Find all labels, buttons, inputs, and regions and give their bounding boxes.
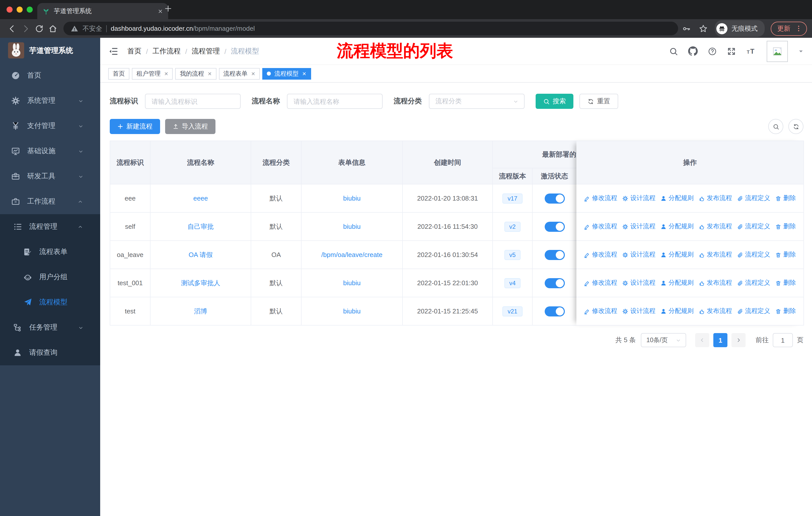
not-secure-warning-icon[interactable] [70,24,79,32]
version-badge[interactable]: v2 [504,221,521,232]
sidebar-item[interactable]: 首页 [0,63,100,88]
prev-page-button[interactable] [695,333,709,347]
tag-item[interactable]: 流程表单✕ [219,68,260,79]
close-tab-icon[interactable] [157,8,163,14]
browser-tab[interactable]: 芋道管理系统 [37,3,168,19]
sidebar-item[interactable]: 基础设施 [0,139,100,164]
action-修改流程[interactable]: 修改流程 [584,307,617,316]
sidebar-item[interactable]: 系统管理 [0,88,100,113]
tag-item[interactable]: 我的流程✕ [175,68,216,79]
kebab-menu-icon[interactable] [795,25,803,32]
tag-item[interactable]: 租户管理✕ [132,68,173,79]
active-status-toggle[interactable] [545,193,564,203]
version-badge[interactable]: v17 [503,193,523,203]
cell-process-name-text[interactable]: OA 请假 [188,251,212,258]
action-流程定义[interactable]: 流程定义 [737,222,770,231]
action-设计流程[interactable]: 设计流程 [622,222,656,231]
process-id-input[interactable] [145,94,241,109]
cell-form-info-text[interactable]: biubiu [343,279,360,287]
sidebar-item[interactable]: 流程管理 [0,214,100,239]
avatar[interactable] [767,40,788,62]
action-删除[interactable]: 删除 [775,222,796,231]
browser-update-button[interactable]: 更新 [771,21,807,35]
sidebar-item[interactable]: 任务管理 [0,315,100,340]
active-status-toggle[interactable] [545,278,564,288]
action-流程定义[interactable]: 流程定义 [737,194,770,202]
action-修改流程[interactable]: 修改流程 [584,194,617,202]
reset-button[interactable]: 重置 [579,94,618,109]
sidebar-item[interactable]: 工作流程 [0,189,100,214]
version-badge[interactable]: v4 [504,278,521,288]
hamburger-icon[interactable] [108,46,118,56]
action-流程定义[interactable]: 流程定义 [737,307,770,316]
home-icon[interactable] [46,22,59,35]
sidebar-item[interactable]: 流程模型 [0,290,100,315]
action-分配规则[interactable]: 分配规则 [661,194,694,202]
action-删除[interactable]: 删除 [775,307,796,316]
close-window-button[interactable] [6,6,12,12]
page-number-1[interactable]: 1 [713,333,727,347]
address-bar[interactable]: 不安全 dashboard.yudao.iocoder.cn/bpm/manag… [63,22,678,35]
search-button[interactable]: 搜索 [535,94,573,109]
breadcrumb-item[interactable]: 工作流程 [152,47,181,56]
cell-form-info-text[interactable]: biubiu [343,223,360,230]
breadcrumb-item[interactable]: 首页 [127,47,141,56]
show-search-toggle-button[interactable] [768,119,783,134]
sidebar-item[interactable]: 用户分组 [0,265,100,290]
version-badge[interactable]: v21 [503,306,523,316]
password-key-icon[interactable] [682,24,691,33]
sidebar-item[interactable]: 支付管理 [0,113,100,139]
process-category-select[interactable]: 流程分类 [429,94,525,109]
action-删除[interactable]: 删除 [775,194,796,202]
action-发布流程[interactable]: 发布流程 [699,250,732,259]
tag-item[interactable]: 首页 [108,68,129,79]
close-tag-icon[interactable]: ✕ [164,71,168,76]
github-icon[interactable] [688,46,698,56]
caret-down-icon[interactable] [798,48,804,54]
action-修改流程[interactable]: 修改流程 [584,222,617,231]
action-设计流程[interactable]: 设计流程 [622,194,656,202]
sidebar-item[interactable]: 请假查询 [0,340,100,365]
cell-form-info-text[interactable]: biubiu [343,194,360,202]
action-设计流程[interactable]: 设计流程 [622,307,656,316]
cell-process-name-text[interactable]: 测试多审批人 [181,279,220,287]
version-badge[interactable]: v5 [504,250,521,260]
cell-form-info-text[interactable]: biubiu [343,307,360,315]
close-tag-icon[interactable]: ✕ [251,71,256,76]
cell-process-name-text[interactable]: eeee [193,194,208,202]
action-删除[interactable]: 删除 [775,250,796,259]
next-page-button[interactable] [731,333,746,347]
action-修改流程[interactable]: 修改流程 [584,250,617,259]
cell-process-name-text[interactable]: 自己审批 [187,222,214,230]
active-status-toggle[interactable] [545,306,564,316]
create-process-button[interactable]: 新建流程 [110,119,160,134]
new-tab-button[interactable] [164,4,172,12]
active-status-toggle[interactable] [545,250,564,260]
sidebar-item[interactable]: 流程表单 [0,239,100,265]
cell-process-name-text[interactable]: 滔博 [194,307,207,315]
fullscreen-icon[interactable] [727,47,736,56]
page-size-select[interactable]: 10条/页 [641,333,686,347]
import-process-button[interactable]: 导入流程 [165,119,215,134]
process-name-input[interactable] [287,94,383,109]
sidebar-item[interactable]: 研发工具 [0,164,100,189]
action-发布流程[interactable]: 发布流程 [699,194,732,202]
close-tag-icon[interactable]: ✕ [302,71,306,76]
refresh-table-button[interactable] [788,119,804,134]
cell-form-info-text[interactable]: /bpm/oa/leave/create [321,251,383,259]
action-设计流程[interactable]: 设计流程 [622,250,656,259]
action-分配规则[interactable]: 分配规则 [661,222,694,231]
bookmark-star-icon[interactable] [699,24,708,33]
search-icon[interactable] [669,47,678,56]
font-size-icon[interactable]: TT [746,47,757,56]
action-分配规则[interactable]: 分配规则 [661,279,694,287]
tag-active[interactable]: 流程模型✕ [262,68,311,79]
action-发布流程[interactable]: 发布流程 [699,222,732,231]
reload-icon[interactable] [32,22,46,35]
action-删除[interactable]: 删除 [775,279,796,287]
action-发布流程[interactable]: 发布流程 [699,307,732,316]
action-分配规则[interactable]: 分配规则 [661,307,694,316]
minimize-window-button[interactable] [17,6,23,12]
action-发布流程[interactable]: 发布流程 [699,279,732,287]
breadcrumb-item[interactable]: 流程管理 [192,47,220,56]
